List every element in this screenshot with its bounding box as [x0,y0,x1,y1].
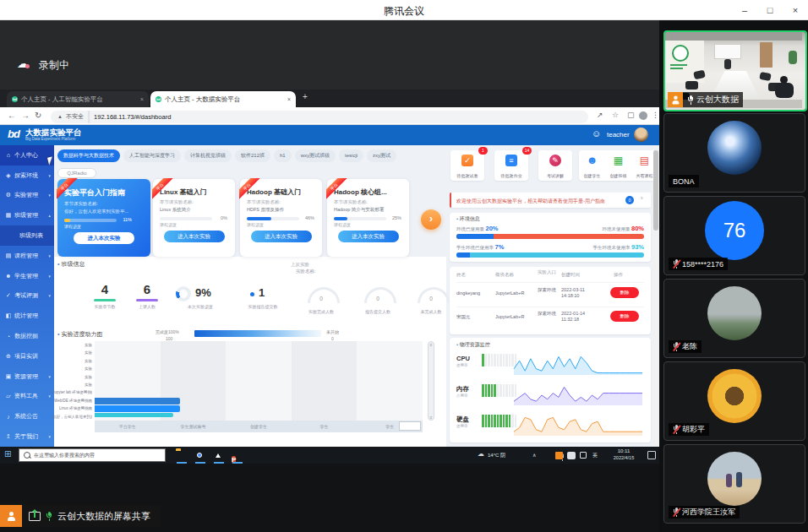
chart-icon: ◧ [5,312,12,319]
tray-chat-icon[interactable] [567,452,576,459]
browser-tab-ai[interactable]: bd 个人主页 - 人工智能实验平台 × [7,91,149,107]
notice-arrow-icon[interactable]: › [641,194,643,202]
class-tab[interactable]: wxy测试班级 [295,149,336,162]
stat-attendance: 6上课人数 [128,282,166,309]
participant-tile-hucaiping[interactable]: 胡彩平 [663,361,805,441]
class-selector[interactable]: QJRadio [57,168,96,178]
participant-tile-wangrujun[interactable]: 河西学院王汝军 [663,444,805,524]
browser-menu-icon[interactable]: ⋮ [652,111,659,119]
username[interactable]: teacher [607,131,630,138]
sidebar-item-class-list[interactable]: 班级列表 [0,225,54,246]
sidebar-item-course-mgmt[interactable]: ▤课程管理▾ [0,246,54,266]
screen-share-banner: 云创大数据的屏幕共享 [22,505,161,527]
course-card-linux[interactable]: 平台 Linux 基础入门 本节课实验名称: Linux 系统简介 0% 课程进… [153,179,235,257]
shortcut-exam-review[interactable]: ✎ 考试讲解 [538,150,572,181]
class-tab[interactable]: zxy测试 [367,149,396,162]
participant-tile-laochen[interactable]: 老陈 [663,279,805,358]
progress-stat-label: 本次实验进度 [172,304,228,309]
next-courses-arrow[interactable]: › [421,209,441,230]
close-button[interactable]: × [783,0,808,20]
page-scrollbar-thumb[interactable] [653,150,658,231]
delete-button[interactable]: 删除 [610,287,639,298]
user-avatar[interactable] [634,128,648,142]
sidebar-item-personal-center[interactable]: ⌂个人中心 [0,145,54,166]
class-tab[interactable]: 数据科学与大数据技术 [57,149,120,162]
notification-center-icon[interactable] [647,451,656,459]
enter-experiment-button[interactable]: 进入本次实验 [74,232,134,244]
participant-name: 云创大数据 [696,94,739,106]
sidebar-item-explore-env[interactable]: ◈探索环境▾ [0,166,54,186]
participant-tile-2176[interactable]: 76 158****2176 [663,196,805,275]
message-face-icon[interactable]: ☺ [592,128,601,138]
chart-vertical-slider[interactable] [428,341,434,421]
course-card-hadoop-core[interactable]: 平台 Hadoop 核心组... 本节课实验名称: Hadoop 简介与安装部署… [327,179,409,257]
input-language[interactable]: 英 [592,452,598,459]
last-exp-name-label: 实验名称: [296,269,316,274]
participant-tile-yunchuang[interactable]: 云创大数据 [663,30,807,111]
class-tab[interactable]: 软件212班 [235,149,270,162]
back-icon[interactable]: ← [8,111,16,121]
taskbar-search[interactable]: 在这里输入你要搜索的内容 [19,448,166,462]
sidebar-item-system-notice[interactable]: ♪系统公告 [0,406,54,426]
tray-generic-icon[interactable] [580,452,587,459]
profile-avatar-icon[interactable] [639,111,647,120]
photo-avatar [707,452,762,506]
progress-track: 0% [160,217,212,220]
enter-experiment-button[interactable]: 进入本次实验 [338,231,399,242]
course-card-intro[interactable]: 平台 实验平台入门指南 本节课实验名称: 你好，云创人欢迎来到实验平... 11… [57,179,150,257]
url-field[interactable]: ▲ 不安全 | 192.168.11.73/#/dashboard [51,111,588,123]
clock-date[interactable]: 2022/4/15 [605,455,642,460]
minimize-button[interactable]: – [732,0,757,20]
class-tab[interactable]: 人工智能与深度学习 [123,149,181,162]
sidebar-item-material-tools[interactable]: ▱资料工具▾ [0,387,54,407]
sidebar-item-exam-review[interactable]: ✓考试评测▾ [0,286,54,307]
chart-x-labels[interactable]: 平台学生学生测试账号 创建学生学生 学生 [95,421,423,432]
weather-text[interactable]: 14°C 阴 [488,452,505,459]
chevron-down-icon: ▾ [48,394,51,399]
memory-sparkline [512,382,644,407]
enter-experiment-button[interactable]: 进入本次实验 [251,231,312,242]
session-entry: 探索环境 [538,311,556,317]
ribbon: 平台 [152,178,177,204]
sidebar-item-data-mining[interactable]: ◔数据挖掘 [0,326,54,346]
shortcut-create-class[interactable]: ▦ 创建班级 [605,150,631,181]
sidebar-item-project-training[interactable]: ⊕项目实训 [0,346,54,366]
exp-name: 你好，云创人欢迎来到实验平... [64,209,144,214]
reader-mode-icon[interactable]: ▢ [627,111,635,119]
clock-time[interactable]: 10:11 [605,448,642,453]
sidebar-item-class-mgmt[interactable]: ▦班级管理▴ [0,205,54,225]
tab-close-icon[interactable]: × [287,96,291,102]
participant-tile-bona[interactable]: BONA [663,113,805,193]
session-module: JupyterLab+R [495,290,536,296]
start-button[interactable]: ⊞ [4,449,11,459]
delete-button[interactable]: 删除 [610,311,639,322]
shortcut-create-student[interactable]: ☻ 创建学生 [579,150,605,181]
maximize-button[interactable]: □ [757,0,783,20]
forward-icon[interactable]: → [21,111,30,121]
tab-close-icon[interactable]: × [140,96,144,102]
refresh-icon[interactable]: ↻ [35,111,41,121]
class-tab[interactable]: tesicji [339,149,363,162]
sidebar-item-resource-mgmt[interactable]: ▣资源管理▾ [0,366,54,387]
new-tab-button[interactable]: + [303,92,308,101]
class-tab[interactable]: 计算机视觉班级 [184,149,232,162]
box-icon: ▣ [5,373,12,380]
sidebar-item-student-mgmt[interactable]: ☻学生管理▾ [0,266,54,286]
bar-jupyter [95,398,180,404]
course-card-hadoop-basic[interactable]: 平台 Hadoop 基础入门 本节课实验名称: HDFS 原理及操作 46% 课… [240,179,322,257]
tray-orange-app-icon[interactable] [555,452,563,459]
chart-zoom-input[interactable] [399,421,421,431]
sidebar-item-experiment-mgmt[interactable]: ⚙实验管理▾ [0,186,54,206]
shortcut-pending-homework[interactable]: ≡ 14 待批改作业 [494,150,528,181]
share-page-icon[interactable]: ↗ [597,111,603,119]
shortcut-pending-papers[interactable]: ✓ 1 待批改试卷 [450,150,484,181]
sidebar-item-about-us[interactable]: ↥关于我们▾ [0,426,54,447]
bookmark-star-icon[interactable]: ☆ [612,111,619,119]
env-free-value: 80% [631,225,644,232]
tray-expand-icon[interactable]: ∧ [532,452,536,458]
enter-experiment-button[interactable]: 进入本次实验 [164,231,225,242]
sidebar-item-stats-mgmt[interactable]: ◧统计管理 [0,306,54,326]
class-tab[interactable]: h1 [274,149,292,162]
chevron-down-icon: ▾ [48,253,51,258]
browser-tab-bigdata-active[interactable]: bd 个人主页 - 大数据实验平台 × [150,91,296,107]
